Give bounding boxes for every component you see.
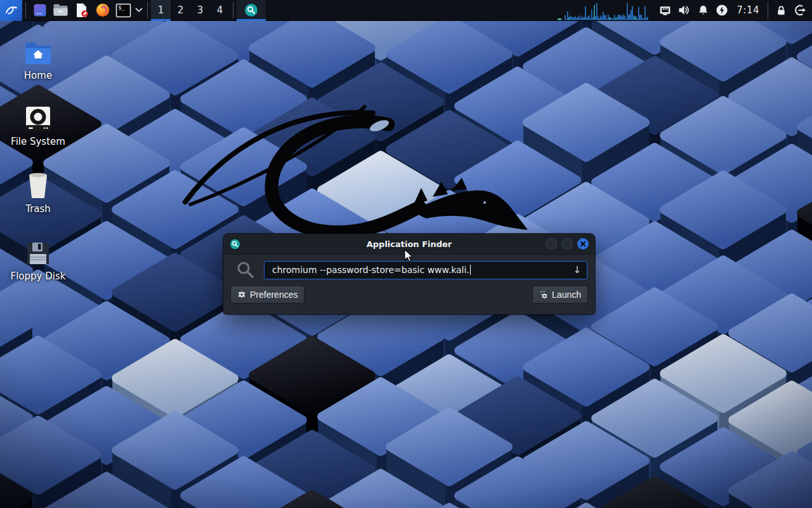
- workspace-3[interactable]: 3: [190, 0, 210, 21]
- terminal-prompt-glyph: $_: [119, 4, 125, 10]
- hard-drive-icon: [25, 102, 51, 132]
- preferences-button[interactable]: Preferences: [230, 286, 304, 304]
- gear-icon: [237, 290, 246, 299]
- workspace-1[interactable]: 1: [151, 0, 171, 21]
- text-editor-launcher[interactable]: [71, 0, 92, 21]
- chevron-down-icon: [135, 8, 143, 13]
- app-window-icon: [32, 3, 48, 18]
- top-panel: $_ 1 2 3 4: [0, 0, 812, 21]
- kali-menu-button[interactable]: [0, 0, 22, 21]
- app-finder-icon: [244, 3, 258, 17]
- notifications-tray-icon[interactable]: [693, 0, 712, 21]
- minimize-button[interactable]: [546, 238, 557, 250]
- desktop-icon-label: File System: [11, 136, 65, 147]
- volume-tray-icon[interactable]: [674, 0, 693, 21]
- terminal-icon: $_: [115, 3, 131, 18]
- close-icon: [580, 241, 586, 247]
- close-button[interactable]: [577, 238, 589, 250]
- panel-separator: [147, 2, 148, 18]
- input-dropdown-arrow-icon[interactable]: ↓: [573, 264, 581, 276]
- window-title: Application Finder: [223, 239, 595, 249]
- preferences-label: Preferences: [250, 290, 298, 300]
- file-manager-launcher[interactable]: [50, 0, 71, 21]
- panel-separator: [768, 2, 768, 18]
- application-finder-window: Application Finder chromium --password-s…: [223, 234, 595, 314]
- search-icon: [236, 260, 255, 279]
- command-input-value: chromium --password-store=basic www.kali…: [272, 265, 469, 275]
- command-input[interactable]: chromium --password-store=basic www.kali…: [264, 261, 587, 279]
- cpu-graph[interactable]: [557, 0, 649, 21]
- mouse-cursor: [404, 250, 414, 266]
- speaker-icon: [678, 4, 690, 17]
- maximize-button[interactable]: [561, 238, 573, 250]
- lock-screen-button[interactable]: [771, 0, 790, 21]
- firefox-icon: [95, 3, 110, 18]
- launch-icon: [539, 290, 548, 299]
- workspace-4[interactable]: 4: [210, 0, 230, 21]
- power-manager-tray-icon[interactable]: [712, 0, 731, 21]
- logout-button[interactable]: [790, 0, 809, 21]
- ethernet-icon: [658, 4, 672, 17]
- terminal-launcher[interactable]: $_: [113, 0, 134, 21]
- panel-separator: [25, 2, 26, 18]
- panel-separator: [233, 2, 233, 18]
- desktop-icon-trash[interactable]: Trash: [5, 169, 71, 215]
- desktop-icon-file-system[interactable]: File System: [5, 102, 71, 147]
- launch-label: Launch: [552, 290, 581, 300]
- desktop-icon-floppy-disk[interactable]: Floppy Disk: [5, 236, 71, 282]
- desktop-icon-label: Home: [24, 70, 52, 81]
- terminal-dropdown-button[interactable]: [134, 0, 144, 21]
- bell-icon: [697, 4, 709, 17]
- kali-dragon-icon: [4, 3, 19, 18]
- launch-button[interactable]: Launch: [532, 286, 588, 304]
- document-icon: [74, 3, 89, 18]
- app-drawer-launcher[interactable]: [29, 0, 50, 21]
- battery-power-icon: [716, 4, 728, 17]
- workspace-2[interactable]: 2: [171, 0, 190, 21]
- desktop-icon-label: Trash: [25, 203, 51, 215]
- logout-icon: [794, 4, 806, 17]
- taskbar-application-finder-button[interactable]: [237, 0, 266, 21]
- trash-icon: [25, 169, 51, 199]
- lock-icon: [775, 4, 787, 17]
- home-folder-icon: [23, 36, 53, 66]
- clock[interactable]: 7:14: [737, 4, 759, 16]
- floppy-disk-icon: [25, 236, 51, 267]
- desktop-icon-home[interactable]: Home: [5, 36, 71, 81]
- text-caret: [470, 265, 471, 275]
- desktop: $_ 1 2 3 4: [0, 0, 812, 508]
- firefox-launcher[interactable]: [92, 0, 113, 21]
- network-tray-icon[interactable]: [655, 0, 674, 21]
- desktop-icon-label: Floppy Disk: [11, 271, 66, 282]
- folder-icon: [53, 3, 69, 17]
